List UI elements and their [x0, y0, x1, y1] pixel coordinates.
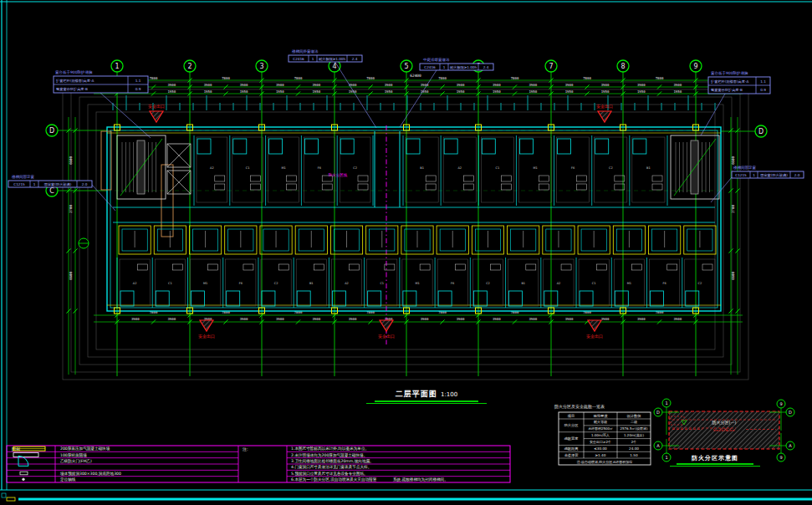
svg-text:二级: 二级 — [631, 420, 637, 424]
svg-text:3900: 3900 — [637, 317, 646, 321]
svg-text:5: 5 — [404, 63, 408, 70]
svg-text:3900: 3900 — [167, 83, 176, 87]
svg-text:项目: 项目 — [568, 414, 575, 418]
svg-text:窗台低于900防护措施: 窗台低于900防护措施 — [55, 69, 93, 75]
svg-text:C: C — [49, 187, 54, 195]
svg-text:S=2576.5㎡: S=2576.5㎡ — [713, 428, 736, 432]
svg-text:1950: 1950 — [204, 89, 212, 94]
svg-text:A2: A2 — [210, 166, 214, 170]
building-plan: 防火分区线A2C1M1F6C2B1A2C1M1F6C2B1A2C1M1F6C2B… — [101, 125, 721, 344]
svg-text:3900: 3900 — [276, 83, 284, 87]
svg-text:3900: 3900 — [529, 317, 537, 321]
callout-top-mid: 楼梯间外窗做法C24161耐火极限≥1.00h2.4 — [289, 48, 376, 128]
svg-text:注:设自动喷淋,防火分区允许面积加倍: 注:设自动喷淋,防火分区允许面积加倍 — [577, 460, 633, 464]
grid-bubble-row: D — [755, 125, 767, 137]
svg-text:3900: 3900 — [240, 83, 248, 87]
svg-text:规范要求: 规范要求 — [593, 414, 608, 418]
svg-text:C2: C2 — [698, 282, 702, 285]
svg-text:C1: C1 — [592, 282, 596, 285]
svg-text:1950: 1950 — [565, 89, 574, 94]
grid-bubble-row: D — [46, 125, 58, 136]
fire-diagram-bubble: D — [786, 408, 794, 416]
svg-text:3900: 3900 — [349, 317, 357, 321]
svg-text:3.卫生间楼地面比相邻楼面低20mm,坡向地漏。: 3.卫生间楼地面比相邻楼面低20mm,坡向地漏。 — [291, 458, 374, 464]
svg-text:4.门窗洞口尺寸及做法详见门窗表及节点大样。: 4.门窗洞口尺寸及做法详见门窗表及节点大样。 — [291, 464, 371, 470]
svg-text:F6: F6 — [571, 166, 575, 170]
exit-marker: 安全出口 — [586, 320, 603, 339]
svg-text:B1: B1 — [420, 166, 424, 170]
svg-text:3900: 3900 — [673, 317, 682, 321]
svg-text:1950: 1950 — [673, 89, 682, 94]
exit-marker: 安全出口 — [596, 104, 613, 122]
title-underline — [375, 400, 478, 402]
svg-text:1.1: 1.1 — [760, 79, 766, 84]
svg-text:C1: C1 — [168, 282, 172, 285]
svg-text:7: 7 — [549, 63, 553, 70]
svg-text:M1: M1 — [281, 166, 285, 170]
svg-text:1: 1 — [115, 63, 119, 70]
svg-text:1.50: 1.50 — [630, 453, 638, 457]
svg-text:C1215: C1215 — [13, 182, 25, 186]
svg-text:2576.5㎡(设喷淋): 2576.5㎡(设喷淋) — [620, 426, 648, 431]
svg-text:D: D — [789, 410, 792, 415]
svg-text:3900: 3900 — [312, 83, 320, 87]
svg-text:3900: 3900 — [349, 83, 357, 87]
svg-text:安全出口: 安全出口 — [596, 104, 613, 110]
svg-text:B1: B1 — [309, 282, 314, 285]
svg-text:楼梯间固定窗: 楼梯间固定窗 — [11, 175, 35, 180]
svg-text:疏散宽度: 疏散宽度 — [564, 436, 579, 441]
svg-text:注:: 注: — [243, 446, 248, 451]
svg-text:墙体预留洞300×300,洞底距地300: 墙体预留洞300×300,洞底距地300 — [59, 471, 121, 477]
svg-text:3: 3 — [259, 63, 263, 70]
svg-text:窗台低于900防护措施: 窗台低于900防护措施 — [711, 70, 748, 76]
svg-text:F6: F6 — [663, 282, 666, 285]
svg-text:7800: 7800 — [366, 76, 375, 80]
svg-text:D: D — [758, 128, 763, 135]
svg-text:7800: 7800 — [511, 76, 519, 80]
svg-text:防火分区(一): 防火分区(一) — [712, 420, 737, 426]
svg-text:0.9: 0.9 — [760, 88, 766, 92]
drawing-scale: 1:100 — [441, 391, 457, 398]
svg-text:1: 1 — [665, 400, 667, 406]
svg-text:A: A — [789, 443, 792, 448]
svg-text:6600: 6600 — [731, 272, 735, 280]
svg-text:防火分区线: 防火分区线 — [329, 172, 348, 177]
fire-diagram-bubble: D — [654, 408, 662, 416]
svg-text:2.4: 2.4 — [352, 57, 358, 61]
exit-marker: 安全出口 — [378, 320, 395, 339]
cad-drawing-sheet: 123456789DCD6240078007800390039001950195… — [0, 0, 812, 505]
svg-text:3900: 3900 — [529, 83, 537, 87]
svg-text:安全出口: 安全出口 — [378, 334, 395, 339]
grid-bubble-col: 8 — [617, 60, 629, 72]
svg-text:M1: M1 — [533, 166, 537, 170]
legend-table: 图例注:200厚蒸压加气混凝土砌块墙100厚轻质隔墙乙级防火门(FM乙)墙体预留… — [7, 446, 510, 482]
svg-text:≤30.00: ≤30.00 — [594, 446, 607, 451]
svg-text:3900: 3900 — [312, 317, 320, 321]
svg-text:楼梯间外窗做法: 楼梯间外窗做法 — [291, 48, 319, 54]
svg-text:1950: 1950 — [493, 89, 501, 94]
fire-diagram-bubble: 9 — [777, 453, 785, 462]
drawing-title-text: 二层平面图 — [396, 390, 437, 398]
svg-text:1: 1 — [33, 182, 36, 186]
svg-text:6600: 6600 — [69, 156, 73, 165]
svg-text:7800: 7800 — [583, 76, 591, 80]
svg-text:安全出口: 安全出口 — [148, 104, 165, 110]
svg-text:允许面积2500㎡: 允许面积2500㎡ — [588, 426, 613, 431]
svg-text:1950: 1950 — [601, 89, 610, 94]
svg-text:A: A — [656, 443, 660, 448]
svg-text:1950: 1950 — [276, 89, 284, 94]
svg-text:9: 9 — [779, 401, 782, 406]
exit-marker: 安全出口 — [148, 104, 165, 122]
svg-text:9: 9 — [693, 63, 697, 70]
svg-text:1950: 1950 — [349, 89, 357, 94]
svg-text:M1: M1 — [627, 282, 631, 285]
wall-ticks — [113, 95, 715, 110]
svg-text:C1: C1 — [246, 166, 250, 170]
svg-text:M1: M1 — [415, 282, 419, 285]
svg-text:1: 1 — [312, 57, 314, 61]
svg-text:6.本层为一个防火分区,设自动喷淋及火灾自动报警: 6.本层为一个防火分区,设自动喷淋及火灾自动报警 — [291, 477, 377, 482]
title-underline-thin — [366, 403, 487, 404]
fire-diagram-caption: 防火分区示意图 — [665, 454, 765, 467]
fire-diagram-bubble: A — [786, 441, 794, 450]
svg-text:62400: 62400 — [410, 74, 421, 78]
